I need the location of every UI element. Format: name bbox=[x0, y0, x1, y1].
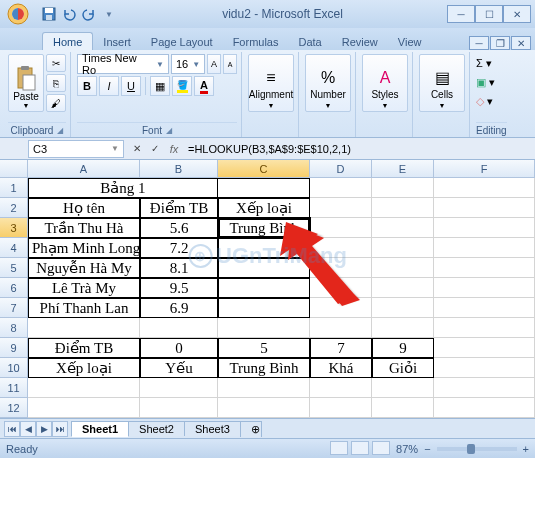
cell-F12[interactable] bbox=[434, 398, 535, 418]
row-header-8[interactable]: 8 bbox=[0, 318, 28, 338]
col-header-C[interactable]: C bbox=[218, 160, 310, 177]
fill-button[interactable]: ▣ ▾ bbox=[476, 76, 495, 89]
cell-A3[interactable]: Trần Thu Hà bbox=[28, 218, 140, 238]
cell-A1[interactable]: Bảng 1 bbox=[28, 178, 218, 198]
tab-formulas[interactable]: Formulas bbox=[223, 33, 289, 50]
tab-nav-next[interactable]: ▶ bbox=[36, 421, 52, 437]
cell-B6[interactable]: 9.5 bbox=[140, 278, 218, 298]
cell-C5[interactable] bbox=[218, 258, 310, 278]
shrink-font-button[interactable]: A bbox=[223, 54, 237, 74]
view-pagebreak-button[interactable] bbox=[372, 441, 390, 455]
format-painter-button[interactable]: 🖌 bbox=[46, 94, 66, 112]
tab-nav-prev[interactable]: ◀ bbox=[20, 421, 36, 437]
styles-button[interactable]: A Styles▼ bbox=[362, 54, 408, 112]
cell-D10[interactable]: Khá bbox=[310, 358, 372, 378]
cell-B3[interactable]: 5.6 bbox=[140, 218, 218, 238]
zoom-slider[interactable] bbox=[437, 447, 517, 451]
cell-D6[interactable] bbox=[310, 278, 372, 298]
cell-E1[interactable] bbox=[372, 178, 434, 198]
cell-B9[interactable]: 0 bbox=[140, 338, 218, 358]
worksheet[interactable]: A B C D E F 1 Bảng 1 2 Họ tên Điểm TB Xế… bbox=[0, 160, 535, 418]
cell-A4[interactable]: Phạm Minh Long bbox=[28, 238, 140, 258]
tab-data[interactable]: Data bbox=[288, 33, 331, 50]
save-icon[interactable] bbox=[40, 5, 58, 23]
cell-C9[interactable]: 5 bbox=[218, 338, 310, 358]
enter-formula-button[interactable]: ✓ bbox=[146, 140, 164, 158]
fx-icon[interactable]: fx bbox=[164, 143, 184, 155]
col-header-E[interactable]: E bbox=[372, 160, 434, 177]
font-name-select[interactable]: Times New Ro▼ bbox=[77, 54, 169, 74]
tab-nav-last[interactable]: ⏭ bbox=[52, 421, 68, 437]
cell-B4[interactable]: 7.2 bbox=[140, 238, 218, 258]
font-launcher[interactable]: ◢ bbox=[166, 126, 172, 135]
cell-B10[interactable]: Yếu bbox=[140, 358, 218, 378]
copy-button[interactable]: ⎘ bbox=[46, 74, 66, 92]
cell-F10[interactable] bbox=[434, 358, 535, 378]
alignment-button[interactable]: ≡ Alignment▼ bbox=[248, 54, 294, 112]
cell-A6[interactable]: Lê Trà My bbox=[28, 278, 140, 298]
doc-close-button[interactable]: ✕ bbox=[511, 36, 531, 50]
cell-A11[interactable] bbox=[28, 378, 140, 398]
cell-B11[interactable] bbox=[140, 378, 218, 398]
office-button[interactable] bbox=[4, 2, 38, 26]
clear-button[interactable]: ◇ ▾ bbox=[476, 95, 493, 108]
cell-B2[interactable]: Điểm TB bbox=[140, 198, 218, 218]
cell-C10[interactable]: Trung Bình bbox=[218, 358, 310, 378]
view-normal-button[interactable] bbox=[330, 441, 348, 455]
tab-view[interactable]: View bbox=[388, 33, 432, 50]
cell-E4[interactable] bbox=[372, 238, 434, 258]
cell-F9[interactable] bbox=[434, 338, 535, 358]
tab-pagelayout[interactable]: Page Layout bbox=[141, 33, 223, 50]
cell-B12[interactable] bbox=[140, 398, 218, 418]
cell-D2[interactable] bbox=[310, 198, 372, 218]
cancel-formula-button[interactable]: ✕ bbox=[128, 140, 146, 158]
close-button[interactable]: ✕ bbox=[503, 5, 531, 23]
cut-button[interactable]: ✂ bbox=[46, 54, 66, 72]
view-pagelayout-button[interactable] bbox=[351, 441, 369, 455]
cell-E7[interactable] bbox=[372, 298, 434, 318]
cell-E11[interactable] bbox=[372, 378, 434, 398]
row-header-10[interactable]: 10 bbox=[0, 358, 28, 378]
cell-F8[interactable] bbox=[434, 318, 535, 338]
row-header-3[interactable]: 3 bbox=[0, 218, 28, 238]
row-header-12[interactable]: 12 bbox=[0, 398, 28, 418]
sheet-tab-2[interactable]: Sheet2 bbox=[128, 421, 185, 436]
row-header-9[interactable]: 9 bbox=[0, 338, 28, 358]
cells-button[interactable]: ▤ Cells▼ bbox=[419, 54, 465, 112]
cell-A8[interactable] bbox=[28, 318, 140, 338]
cell-C3-active[interactable]: Trung Bình bbox=[218, 218, 310, 238]
grow-font-button[interactable]: A bbox=[207, 54, 221, 74]
cell-C8[interactable] bbox=[218, 318, 310, 338]
cell-E8[interactable] bbox=[372, 318, 434, 338]
cell-A10[interactable]: Xếp loại bbox=[28, 358, 140, 378]
row-header-7[interactable]: 7 bbox=[0, 298, 28, 318]
cell-F7[interactable] bbox=[434, 298, 535, 318]
qat-dropdown-icon[interactable]: ▼ bbox=[100, 5, 118, 23]
tab-nav-first[interactable]: ⏮ bbox=[4, 421, 20, 437]
clipboard-launcher[interactable]: ◢ bbox=[57, 126, 63, 135]
cell-C1[interactable] bbox=[218, 178, 310, 198]
cell-B5[interactable]: 8.1 bbox=[140, 258, 218, 278]
col-header-F[interactable]: F bbox=[434, 160, 535, 177]
cell-B8[interactable] bbox=[140, 318, 218, 338]
col-header-A[interactable]: A bbox=[28, 160, 140, 177]
cell-D9[interactable]: 7 bbox=[310, 338, 372, 358]
row-header-11[interactable]: 11 bbox=[0, 378, 28, 398]
cell-A2[interactable]: Họ tên bbox=[28, 198, 140, 218]
doc-restore-button[interactable]: ❐ bbox=[490, 36, 510, 50]
redo-icon[interactable] bbox=[80, 5, 98, 23]
cell-F11[interactable] bbox=[434, 378, 535, 398]
paste-button[interactable]: Paste ▼ bbox=[8, 54, 44, 112]
zoom-level[interactable]: 87% bbox=[396, 443, 418, 455]
cell-D11[interactable] bbox=[310, 378, 372, 398]
cell-D8[interactable] bbox=[310, 318, 372, 338]
col-header-D[interactable]: D bbox=[310, 160, 372, 177]
tab-insert[interactable]: Insert bbox=[93, 33, 141, 50]
cell-F6[interactable] bbox=[434, 278, 535, 298]
zoom-out-button[interactable]: − bbox=[424, 443, 430, 455]
cell-E3[interactable] bbox=[372, 218, 434, 238]
row-header-6[interactable]: 6 bbox=[0, 278, 28, 298]
fill-color-button[interactable]: 🪣 bbox=[172, 76, 192, 96]
cell-A9[interactable]: Điểm TB bbox=[28, 338, 140, 358]
cell-F3[interactable] bbox=[434, 218, 535, 238]
